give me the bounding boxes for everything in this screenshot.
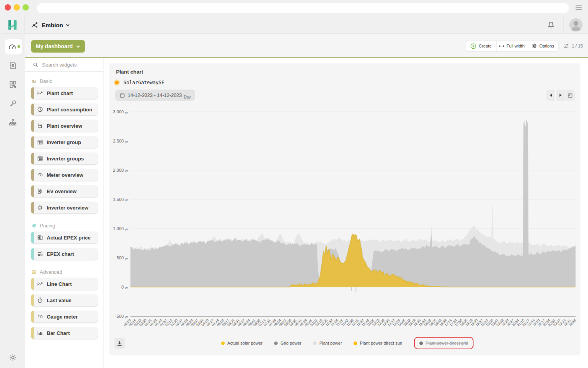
coins-icon — [37, 234, 43, 241]
accent-bar — [31, 202, 34, 213]
chart-bars-icon — [37, 251, 43, 257]
legend-item-plant-power-direct-sun[interactable]: Plant power direct sun — [354, 341, 402, 345]
rail-item-access-keys[interactable] — [5, 96, 20, 111]
tag-icon — [31, 223, 37, 229]
full-width-button[interactable]: Full width — [496, 40, 527, 52]
chip-icon — [37, 204, 43, 211]
date-range-label: 14-12-2023 - 14-12-2023 — [128, 93, 182, 98]
legend-item-actual-solar-power[interactable]: Actual solar power — [221, 341, 263, 345]
widget-item-inverter-overview[interactable]: Inverter overview — [31, 202, 98, 213]
avatar[interactable] — [569, 18, 583, 32]
app-logo[interactable] — [0, 16, 25, 33]
widget-item-last-value[interactable]: Last value — [31, 294, 98, 306]
legend-dot — [274, 342, 278, 345]
widget-item-meter-overview[interactable]: Meter overview — [31, 169, 98, 181]
rail-item-settings[interactable] — [5, 350, 20, 364]
widget-item-gauge-meter[interactable]: Gauge meter — [31, 311, 98, 322]
accent-bar — [31, 185, 34, 197]
next-period-button[interactable] — [556, 90, 565, 101]
svg-text:1.500 W: 1.500 W — [113, 197, 128, 202]
calendar-button[interactable] — [565, 90, 575, 101]
traffic-light-minimize[interactable] — [14, 4, 20, 11]
accent-bar — [31, 87, 34, 99]
section-header-pricing: Pricing — [31, 223, 103, 229]
url-bar[interactable] — [37, 3, 569, 13]
rail-item-widgets[interactable] — [5, 77, 20, 92]
svg-text:-500 W: -500 W — [115, 314, 128, 319]
h-logo-icon — [7, 19, 18, 31]
widget-item-ev-overview[interactable]: EV overview — [31, 185, 98, 197]
plant-chart-widget: Plant chart SolarGatewaySE 14-12-2023 - … — [109, 63, 580, 355]
rail-item-hierarchy[interactable] — [5, 115, 20, 129]
molecule-icon — [31, 21, 39, 29]
gear-icon — [532, 43, 537, 49]
widget-item-inverter-groups[interactable]: Inverter groups — [31, 153, 98, 164]
chevron-down-icon — [66, 24, 70, 26]
table-icon — [37, 155, 43, 162]
gauge-icon — [37, 313, 43, 320]
legend-dot — [221, 342, 225, 345]
browser-menu-icon[interactable] — [576, 5, 582, 10]
widget-item-plant-chart[interactable]: Plant chart — [31, 87, 98, 99]
date-granularity-label: Day — [184, 95, 191, 99]
accent-bar — [31, 248, 34, 260]
active-dot — [18, 45, 20, 48]
rail-item-dashboard[interactable] — [5, 39, 22, 55]
options-button[interactable]: Options — [527, 40, 559, 52]
widget-item-plant-overview[interactable]: Plant overview — [31, 120, 98, 132]
pie-icon — [37, 106, 43, 113]
widget-item-plant-consumption[interactable]: Plant consumption — [31, 104, 98, 115]
window-chrome — [0, 0, 588, 16]
accent-bar — [31, 278, 34, 290]
date-range-button[interactable]: 14-12-2023 - 14-12-2023 Day — [115, 90, 195, 101]
accent-bar — [31, 120, 34, 132]
prev-period-button[interactable] — [546, 90, 555, 101]
line-chart-icon — [37, 90, 43, 96]
horizontal-arrows-icon — [499, 44, 504, 48]
device-chip[interactable]: SolarGatewaySE — [115, 79, 164, 85]
widget-item-epex-chart[interactable]: EPEX chart — [31, 248, 98, 260]
device-status-dot — [115, 81, 119, 85]
plus-circle-icon — [470, 43, 476, 49]
org-switcher[interactable]: Embion — [31, 16, 70, 33]
notifications-bell-icon[interactable] — [547, 21, 555, 29]
bars-icon — [37, 330, 43, 336]
search-icon — [33, 62, 39, 68]
plant-chart: 3.000 W2.500 W2.000 W1.500 W1.000 W500 W… — [109, 107, 580, 335]
legend-item-grid-power[interactable]: Grid power — [274, 341, 301, 345]
widget-item-inverter-group[interactable]: Inverter group — [31, 136, 98, 148]
accent-bar — [31, 327, 34, 339]
legend-dot — [354, 342, 357, 345]
calendar-icon — [120, 93, 125, 98]
legend-item-plant-power-direct-grid[interactable]: Plant power direct grid — [419, 341, 468, 345]
search-input[interactable] — [42, 62, 97, 68]
icon-rail — [0, 34, 25, 368]
dashboard-title: My dashboard — [36, 43, 73, 49]
rail-item-invoices[interactable] — [5, 58, 20, 72]
date-nav-group — [546, 90, 575, 101]
widget-sidebar: BasicPlant chartPlant consumptionPlant o… — [25, 58, 103, 368]
create-button[interactable]: Create — [466, 40, 496, 52]
gauge-icon — [37, 172, 43, 178]
legend-dot — [313, 342, 317, 345]
dashboard-selector-button[interactable]: My dashboard — [31, 40, 85, 53]
table-icon — [37, 139, 43, 145]
calendar-icon — [567, 93, 573, 98]
top-nav: Embion — [0, 16, 588, 34]
dashboard-header: My dashboard Create Full width Options 1… — [25, 34, 588, 58]
legend-dot — [419, 342, 423, 345]
svg-text:500 W: 500 W — [116, 255, 128, 261]
widget-item-line-chart[interactable]: Line Chart — [31, 278, 98, 290]
section-header-basic: Basic — [31, 78, 103, 84]
legend-item-plant-power[interactable]: Plant power — [313, 341, 342, 345]
traffic-light-zoom[interactable] — [23, 4, 29, 11]
widget-item-bar-chart[interactable]: Bar Chart — [31, 327, 98, 339]
accent-bar — [31, 169, 34, 181]
accent-bar — [31, 294, 34, 306]
svg-text:1.000 W: 1.000 W — [113, 226, 128, 232]
traffic-light-close[interactable] — [5, 4, 11, 11]
accent-bar — [31, 311, 34, 322]
widget-search[interactable] — [25, 58, 103, 72]
widget-item-actual-epex-price[interactable]: Actual EPEX price — [31, 232, 98, 243]
accent-bar — [31, 153, 34, 164]
